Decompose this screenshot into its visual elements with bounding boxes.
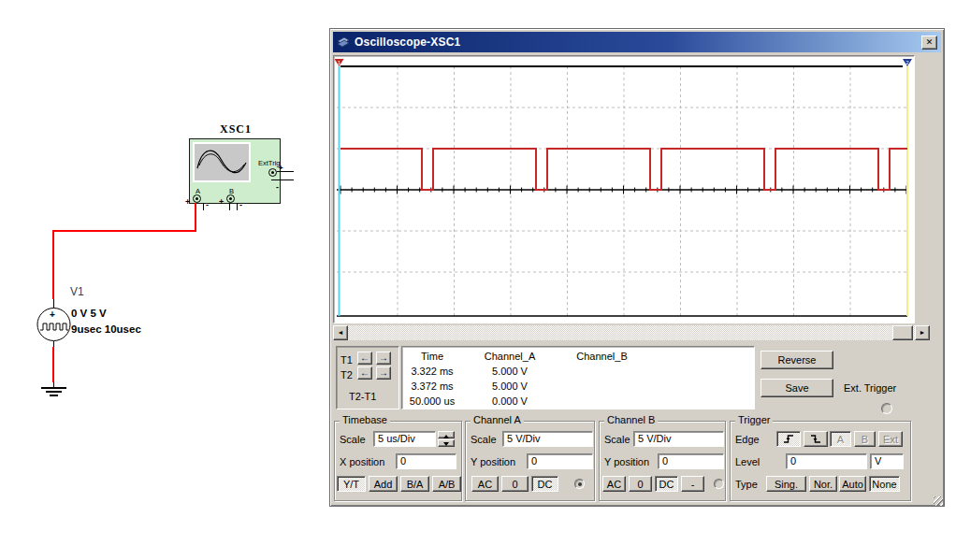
trigger-source-ext-button[interactable]: Ext [878,431,903,447]
timebase-ba-button[interactable]: B/A [400,476,429,492]
resize-grip[interactable] [934,496,943,506]
window-title: Oscilloscope-XSC1 [355,36,917,49]
left-arrow-icon: ← [360,367,369,379]
timebase-scale-field[interactable]: 5 us/Div [373,431,436,447]
channel-a-zero-button[interactable]: 0 [501,476,529,492]
ext-trig-terminal[interactable] [268,168,277,177]
scroll-right-button[interactable]: ► [915,325,930,340]
t1-time-value: 3.322 ms [402,364,462,379]
trigger-edge-label: Edge [735,434,760,446]
wire-horizontal[interactable] [52,230,196,232]
source-value-line2: 9usec 10usec [71,323,141,336]
t1-right-button[interactable]: → [376,352,391,365]
channel-a-dc-button[interactable]: DC [531,476,558,492]
t2-t1-channel-b-value [558,394,646,409]
readout-header-channel-a: Channel_A [462,349,558,364]
terminal-a-neg-stub [203,203,204,210]
trigger-source-a-button[interactable]: A [830,431,851,447]
reverse-button[interactable]: Reverse [760,351,833,369]
trigger-source-b-button[interactable]: B [854,431,876,447]
timebase-legend: Timebase [340,414,390,426]
channel-b-ac-button[interactable]: AC [602,476,626,492]
channel-a-group: Channel A Scale 5 V/Div Y position 0 AC … [465,421,595,501]
trigger-level-field[interactable]: 0 [786,453,867,469]
t2-left-button[interactable]: ← [357,366,372,380]
ext-trigger-connector[interactable] [881,403,892,414]
source-plus-mark: + [50,311,55,319]
channel-b-zero-button[interactable]: 0 [629,476,652,492]
title-bar[interactable]: Oscilloscope-XSC1 ✕ [333,32,941,52]
terminal-b[interactable] [226,194,235,203]
channel-a-ypos-label: Y position [471,456,515,468]
scrollbar-thumb[interactable] [892,325,913,340]
horizontal-scrollbar[interactable]: ◄ ► [333,325,930,340]
scroll-left-icon: ◄ [338,327,344,338]
channel-b-scale-field[interactable]: 5 V/Div [633,431,724,447]
ground-bar-3 [50,395,58,396]
channel-b-scale-label: Scale [604,434,630,446]
scope-plot[interactable]: 12 [335,57,913,322]
timebase-xpos-field[interactable]: 0 [396,453,456,469]
terminal-b-neg-stub [237,203,238,210]
channel-a-ypos-field[interactable]: 0 [527,453,593,469]
t1-left-button[interactable]: ← [357,352,372,365]
channel-b-connector[interactable] [714,479,724,489]
channel-a-ac-button[interactable]: AC [471,476,499,492]
trigger-type-none-button[interactable]: None [869,476,900,492]
cursor-control-box: T1 ← → T2 ← → T2-T1 [336,346,399,409]
ground-bar-1[interactable] [41,387,66,389]
ground-bar-2 [46,391,62,393]
oscilloscope-instrument-icon[interactable]: ExtTrig A B [189,138,281,204]
trigger-level-unit-field[interactable]: V [870,453,904,469]
wire-source-ground[interactable] [52,347,54,382]
channel-b-ypos-label: Y position [604,456,649,468]
t2-label: T2 [340,369,353,381]
wire-source-up[interactable] [52,230,54,299]
save-button[interactable]: Save [760,379,833,397]
ext-trig-neg-wire [271,179,294,180]
timebase-yt-button[interactable]: Y/T [337,476,366,492]
trigger-type-label: Type [735,479,758,491]
terminal-a-plus-mark: + [185,198,190,206]
instrument-ref-label: XSC1 [220,123,252,136]
timebase-scale-spinner[interactable] [438,431,455,447]
close-icon: ✕ [926,36,934,48]
scroll-left-button[interactable]: ◄ [333,325,348,340]
channel-a-connector[interactable] [574,479,585,489]
right-arrow-icon: → [379,352,388,364]
timebase-ab-button[interactable]: A/B [432,476,461,492]
scope-display: 12 [333,55,915,323]
source-value-line1: 0 V 5 V [71,308,107,320]
readout-header-time: Time [402,349,462,364]
trigger-type-sing-button[interactable]: Sing. [766,476,806,492]
trigger-legend: Trigger [735,414,773,426]
timebase-xpos-label: X position [340,456,384,468]
close-button[interactable]: ✕ [921,36,937,50]
instrument-screen [193,142,251,182]
ext-trig-plus-mark: + [279,165,283,172]
t1-channel-b-value [558,364,646,379]
timebase-add-button[interactable]: Add [369,476,398,492]
rising-edge-icon [782,434,795,444]
timebase-scale-label: Scale [340,434,366,446]
t2-right-button[interactable]: → [376,366,391,380]
t2-channel-b-value [558,379,646,394]
t2-time-value: 3.372 ms [402,379,462,394]
channel-a-scale-field[interactable]: 5 V/Div [502,431,593,447]
channel-b-dc-button[interactable]: DC [655,476,678,492]
schematic-canvas: XSC1 ExtTrig A B + - + - + - + [0,0,329,560]
channel-b-ypos-field[interactable]: 0 [658,453,724,469]
trigger-falling-edge-button[interactable] [804,431,828,447]
terminal-a[interactable] [193,194,201,203]
channel-b-minus-button[interactable]: - [681,476,704,492]
oscilloscope-window-icon [337,36,350,49]
t1-label: T1 [340,354,353,366]
ext-trig-label: ExtTrig [258,160,280,167]
wire-scope-down[interactable] [195,203,196,232]
source-ref-label: V1 [70,286,84,298]
trigger-type-auto-button[interactable]: Auto [839,476,866,492]
trigger-type-nor-button[interactable]: Nor. [809,476,837,492]
trigger-rising-edge-button[interactable] [776,431,801,447]
instrument-sine-icon [195,144,249,180]
timebase-group: Timebase Scale 5 us/Div X position 0 Y/T… [334,421,462,501]
